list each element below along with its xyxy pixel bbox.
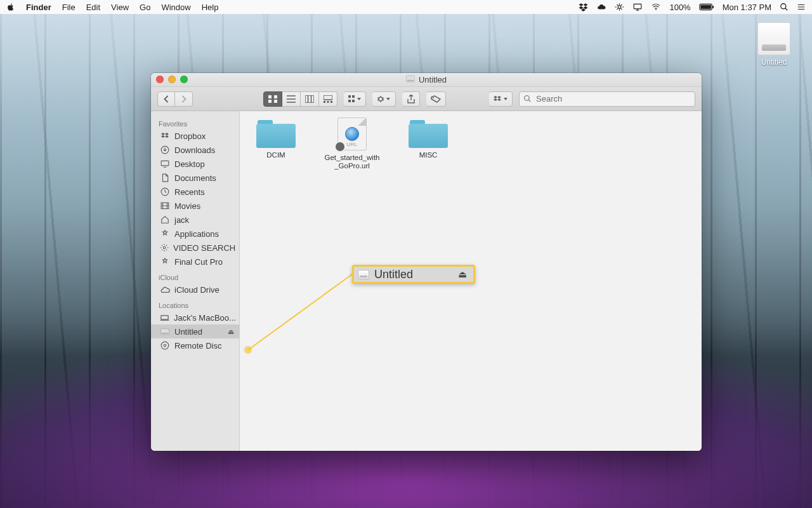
svg-rect-17 (331, 101, 332, 103)
dropbox-menu-icon[interactable] (579, 3, 588, 11)
sidebar-item-final-cut[interactable]: Final Cut Pro (151, 255, 239, 269)
svg-point-34 (164, 344, 166, 347)
svg-rect-5 (700, 5, 711, 9)
annotation-callout: Untitled ⏏ (352, 265, 475, 284)
sidebar-item-label: Jack's MacBoo... (174, 313, 236, 323)
titlebar[interactable]: Untitled (151, 73, 702, 87)
laptop-icon (160, 314, 169, 321)
cloud-icon (160, 286, 170, 293)
svg-rect-12 (274, 100, 277, 103)
svg-rect-19 (352, 95, 355, 98)
menu-file[interactable]: File (62, 3, 75, 12)
sidebar-item-movies[interactable]: Movies (151, 199, 239, 213)
sidebar-item-downloads[interactable]: Downloads (151, 143, 239, 157)
view-list-button[interactable] (282, 91, 301, 107)
titlebar-volume-icon (406, 75, 415, 84)
desktop-drive-label: Untitled (761, 58, 787, 67)
eject-icon[interactable]: ⏏ (228, 328, 234, 336)
sidebar-item-dropbox[interactable]: Dropbox (151, 129, 239, 143)
sidebar-header-locations: Locations (151, 299, 239, 311)
sidebar-item-macbook[interactable]: Jack's MacBoo... (151, 311, 239, 324)
menubar-app[interactable]: Finder (26, 3, 51, 12)
menu-view[interactable]: View (111, 3, 129, 12)
sidebar-item-label: Remote Disc (174, 341, 221, 351)
svg-rect-32 (162, 332, 169, 333)
arrange-button[interactable] (344, 91, 366, 107)
view-icons-button[interactable] (263, 91, 282, 107)
svg-rect-15 (324, 101, 325, 103)
svg-point-33 (161, 342, 169, 349)
window-minimize-button[interactable] (168, 76, 176, 83)
sidebar-item-recents[interactable]: Recents (151, 185, 239, 199)
window-zoom-button[interactable] (180, 76, 188, 83)
sidebar-item-label: Movies (174, 201, 200, 211)
menu-window[interactable]: Window (161, 3, 190, 12)
sidebar-item-desktop[interactable]: Desktop (151, 157, 239, 171)
svg-rect-4 (712, 6, 714, 8)
sidebar-item-applications[interactable]: Applications (151, 227, 239, 241)
sidebar: Favorites Dropbox Downloads Desktop Docu… (151, 111, 240, 451)
svg-rect-14 (324, 95, 332, 100)
file-label: MISC (419, 151, 438, 159)
tags-button[interactable] (426, 91, 446, 107)
svg-point-23 (433, 97, 434, 98)
spotlight-icon[interactable] (780, 3, 789, 11)
nav-forward-button[interactable] (175, 91, 193, 107)
notification-center-icon[interactable] (797, 3, 806, 11)
gear-icon (160, 243, 169, 252)
file-label: Get_started_with_GoPro.url (324, 154, 381, 170)
dropbox-toolbar-button[interactable] (489, 91, 513, 107)
cloud-menu-icon[interactable] (596, 3, 606, 11)
applications-icon (160, 229, 170, 238)
battery-menu-icon[interactable] (699, 3, 714, 11)
sidebar-item-label: Downloads (174, 145, 215, 155)
apple-menu-icon[interactable] (6, 3, 15, 11)
dropbox-icon (160, 132, 170, 140)
svg-point-24 (525, 95, 530, 100)
recents-icon (160, 187, 170, 196)
sidebar-item-label: Untitled (174, 327, 202, 337)
search-input[interactable] (519, 91, 695, 107)
battery-percent[interactable]: 100% (669, 3, 690, 12)
toolbar (151, 87, 702, 111)
svg-point-6 (781, 4, 786, 9)
sidebar-item-untitled[interactable]: Untitled ⏏ (151, 324, 239, 338)
view-columns-button[interactable] (301, 91, 319, 107)
search-icon (523, 95, 532, 105)
movies-icon (160, 202, 170, 210)
url-file-icon: URL (337, 117, 367, 150)
svg-rect-1 (634, 4, 642, 9)
sidebar-item-video-search[interactable]: VIDEO SEARCH (151, 241, 239, 255)
folder-icon (256, 117, 296, 148)
sidebar-item-documents[interactable]: Documents (151, 171, 239, 185)
window-close-button[interactable] (156, 76, 164, 83)
sidebar-item-remote-disc[interactable]: Remote Disc (151, 338, 239, 352)
sidebar-header-icloud: iCloud (151, 271, 239, 283)
view-gallery-button[interactable] (319, 91, 337, 107)
antivirus-menu-icon[interactable] (615, 3, 624, 11)
sidebar-item-home[interactable]: jack (151, 213, 239, 227)
svg-rect-16 (327, 101, 329, 103)
menu-edit[interactable]: Edit (86, 3, 100, 12)
svg-rect-20 (348, 100, 351, 102)
sidebar-item-icloud-drive[interactable]: iCloud Drive (151, 283, 239, 297)
menu-go[interactable]: Go (140, 3, 150, 12)
svg-rect-26 (161, 161, 169, 166)
svg-rect-8 (407, 80, 414, 81)
app-icon (160, 257, 170, 266)
file-item-misc[interactable]: MISC (400, 117, 457, 159)
nav-back-button[interactable] (157, 91, 175, 107)
file-item-dcim[interactable]: DCIM (247, 117, 304, 159)
menubar-clock[interactable]: Mon 1:37 PM (723, 3, 771, 12)
sidebar-item-label: Documents (174, 173, 216, 183)
action-button[interactable] (372, 91, 396, 107)
desktop-drive-untitled[interactable]: Untitled (752, 22, 796, 67)
display-menu-icon[interactable] (632, 3, 643, 11)
wifi-menu-icon[interactable] (651, 3, 661, 11)
menubar: Finder File Edit View Go Window Help 100… (0, 0, 812, 14)
svg-rect-30 (161, 315, 168, 319)
desktop-icon (160, 160, 170, 168)
share-button[interactable] (402, 91, 420, 107)
file-item-gopro-url[interactable]: URL Get_started_with_GoPro.url (324, 117, 381, 170)
menu-help[interactable]: Help (202, 3, 219, 12)
